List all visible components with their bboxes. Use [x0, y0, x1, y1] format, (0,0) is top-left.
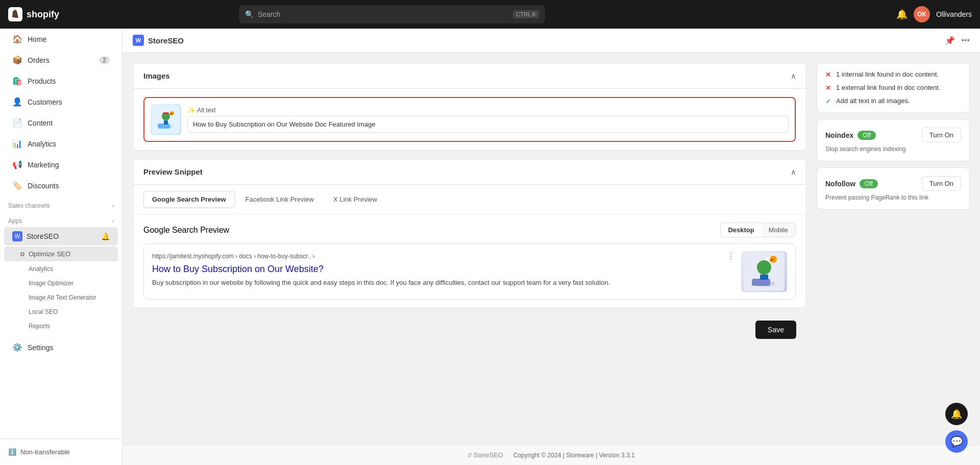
- sub-reports[interactable]: Reports: [4, 320, 118, 333]
- info-text-0: 1 internal link found in doc content.: [836, 70, 939, 78]
- sidebar-item-settings[interactable]: ⚙️ Settings: [4, 337, 118, 357]
- sidebar-item-marketing[interactable]: 📢 Marketing: [4, 155, 118, 175]
- google-preview-text: https://jamitest.myshopify.com › docs › …: [152, 251, 735, 288]
- storeseo-app-icon: W: [12, 231, 22, 241]
- sidebar-item-label: Orders: [28, 56, 50, 64]
- sub-analytics[interactable]: Analytics: [4, 262, 118, 276]
- sidebar-bottom: ℹ️ Non-transferable: [0, 438, 122, 465]
- fab-container: 🔔 💬: [945, 403, 968, 453]
- shopify-icon: [8, 7, 22, 21]
- view-toggle: Desktop Mobile: [720, 223, 796, 237]
- sidebar-item-home[interactable]: 🏠 Home: [4, 29, 118, 49]
- sidebar-item-discounts[interactable]: 🏷️ Discounts: [4, 176, 118, 195]
- info-text-2: Add alt text in all images.: [836, 97, 910, 105]
- pin-icon[interactable]: 📌: [945, 36, 955, 45]
- sidebar-item-products[interactable]: 🛍️ Products: [4, 71, 118, 91]
- nofollow-card: Nofollow Off Turn On Prevent passing Pag…: [817, 167, 970, 210]
- marketing-icon: 📢: [12, 160, 22, 169]
- save-area: Save: [133, 316, 806, 343]
- images-chevron[interactable]: ∧: [791, 72, 796, 80]
- preview-snippet-section: Preview Snippet ∧ Google Search Preview …: [133, 159, 806, 308]
- nofollow-header: Nofollow Off Turn On: [825, 176, 961, 191]
- storeseo-bell-icon[interactable]: 🔔: [101, 232, 110, 240]
- google-result-title[interactable]: How to Buy Subscription on Our Website?: [152, 264, 735, 275]
- sidebar-item-label: Marketing: [28, 161, 59, 169]
- noindex-turn-on-button[interactable]: Turn On: [922, 128, 961, 142]
- noindex-status: Off: [857, 131, 876, 140]
- fab-chat-button[interactable]: 💬: [945, 430, 968, 453]
- sales-channels-chevron: ›: [112, 203, 114, 209]
- alt-input-group: ✨ Alt text: [187, 107, 789, 133]
- tab-desktop[interactable]: Desktop: [721, 223, 761, 237]
- optimize-seo-item[interactable]: Optimize SEO: [4, 247, 118, 261]
- sales-channels-label: Sales channels: [8, 202, 50, 209]
- google-preview-image: [741, 251, 787, 292]
- image-thumbnail: [151, 104, 181, 135]
- save-button[interactable]: Save: [755, 321, 796, 339]
- svg-rect-5: [163, 112, 169, 114]
- non-transferable: ℹ️ Non-transferable: [0, 443, 122, 461]
- images-header: Images ∧: [133, 63, 806, 89]
- sidebar-item-customers[interactable]: 👤 Customers: [4, 92, 118, 112]
- sidebar-item-label: Discounts: [28, 182, 59, 190]
- analytics-icon: 📊: [12, 139, 22, 149]
- info-icon: ℹ️: [8, 448, 16, 456]
- svg-rect-10: [752, 279, 770, 286]
- cross-icon-1: ✕: [825, 84, 831, 92]
- images-title: Images: [143, 71, 170, 80]
- images-section: Images ∧: [133, 63, 806, 151]
- noindex-description: Stop search engines indexing: [825, 145, 961, 153]
- info-item-0: ✕ 1 internal link found in doc content.: [825, 70, 961, 79]
- sidebar-item-label: Home: [28, 35, 46, 43]
- sidebar-item-analytics[interactable]: 📊 Analytics: [4, 134, 118, 154]
- nofollow-description: Prevent passing PageRank to this link: [825, 194, 961, 201]
- discounts-icon: 🏷️: [12, 181, 22, 190]
- customers-icon: 👤: [12, 97, 22, 107]
- sidebar-item-label: Products: [28, 77, 56, 85]
- sidebar-item-label: Content: [28, 119, 53, 127]
- products-icon: 🛍️: [12, 76, 22, 86]
- fab-notification-button[interactable]: 🔔: [945, 403, 968, 425]
- content-split: Images ∧: [122, 53, 980, 445]
- sidebar-item-orders[interactable]: 📦 Orders 2: [4, 50, 118, 70]
- sidebar-item-label: Customers: [28, 98, 62, 106]
- storeseo-label: StoreSEO: [27, 232, 59, 240]
- footer-copyright: Copyright © 2024 | Storeware | Version 3…: [513, 452, 635, 459]
- more-icon[interactable]: •••: [961, 36, 970, 45]
- google-url-row: https://jamitest.myshopify.com › docs › …: [152, 251, 735, 261]
- shopify-text: shopify: [27, 9, 59, 20]
- nofollow-turn-on-button[interactable]: Turn On: [922, 176, 961, 191]
- sidebar-item-content[interactable]: 📄 Content: [4, 113, 118, 133]
- preview-snippet-chevron[interactable]: ∧: [791, 168, 796, 176]
- user-name: Ollivanders: [936, 10, 972, 18]
- topbar-right: 🔔 OK Ollivanders: [896, 6, 972, 22]
- google-preview-section: Google Search Preview Desktop Mobile htt…: [133, 214, 806, 308]
- tab-google-search-preview[interactable]: Google Search Preview: [143, 191, 235, 208]
- noindex-header: Noindex Off Turn On: [825, 128, 961, 142]
- notification-icon[interactable]: 🔔: [896, 9, 908, 20]
- search-bar[interactable]: 🔍 Search CTRL K: [239, 5, 545, 23]
- settings-label: Settings: [28, 344, 54, 352]
- tab-x-link-preview[interactable]: X Link Preview: [325, 191, 386, 208]
- app-header-left: W StoreSEO: [133, 35, 184, 46]
- sub-image-alt-text[interactable]: Image Alt Text Generator: [4, 291, 118, 304]
- sub-image-optimizer[interactable]: Image Optimizer: [4, 277, 118, 290]
- content-icon: 📄: [12, 118, 22, 128]
- preview-header: Google Search Preview Desktop Mobile: [143, 223, 796, 237]
- avatar[interactable]: OK: [914, 6, 930, 22]
- preview-snippet-title: Preview Snippet: [143, 167, 203, 176]
- apps-section[interactable]: Apps ›: [0, 211, 122, 227]
- tab-facebook-link-preview[interactable]: Facebook Link Preview: [237, 191, 323, 208]
- alt-text-input[interactable]: [187, 116, 789, 133]
- apps-chevron: ›: [112, 218, 114, 224]
- storeseo-logo: W: [133, 35, 144, 46]
- tab-mobile[interactable]: Mobile: [762, 223, 795, 237]
- storeseo-app-item[interactable]: W StoreSEO 🔔: [4, 227, 118, 246]
- app-header-right: 📌 •••: [945, 36, 970, 45]
- google-menu-icon[interactable]: ⋮: [727, 251, 735, 261]
- app-title: StoreSEO: [148, 36, 184, 45]
- noindex-card: Noindex Off Turn On Stop search engines …: [817, 119, 970, 161]
- sales-channels-section[interactable]: Sales channels ›: [0, 196, 122, 211]
- preview-snippet-header: Preview Snippet ∧: [133, 159, 806, 185]
- sub-local-seo[interactable]: Local SEO: [4, 305, 118, 319]
